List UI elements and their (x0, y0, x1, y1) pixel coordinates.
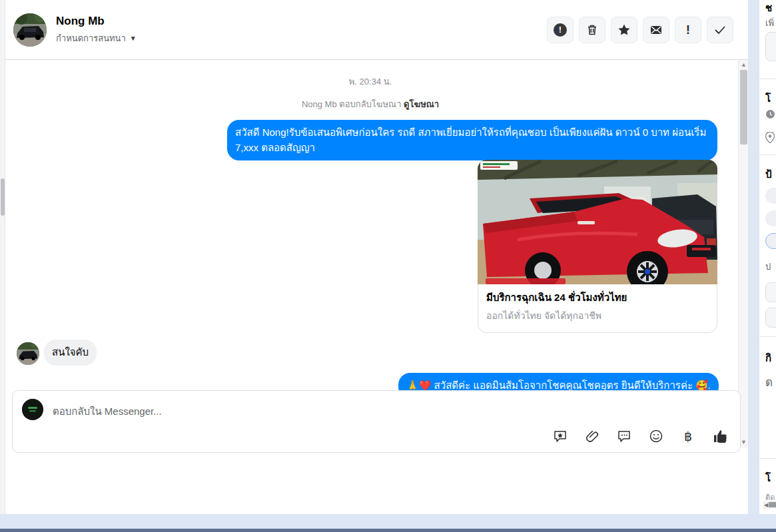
day-timestamp: พ. 20:34 น. (5, 75, 735, 89)
comment-icon (617, 429, 631, 443)
contact-info: Nong Mb กำหนดการสนทนา ▼ (56, 15, 137, 45)
sidebar-hscrollbar-thumb[interactable] (769, 502, 776, 507)
incoming-message-bubble[interactable]: สนใจคับ (44, 340, 97, 366)
divider (759, 154, 776, 155)
contact-name[interactable]: Nong Mb (56, 15, 137, 28)
chat-scrollbar[interactable]: ▲ ▼ (738, 60, 748, 447)
mark-unread-button[interactable] (643, 17, 669, 43)
sidebar-heading-fragment: ช (765, 0, 772, 16)
composer-tools: ฿ (552, 428, 728, 444)
sidebar-notes-heading: โ (765, 470, 771, 486)
ad-card-subtitle: ออกได้ทั่วไทย จัดได้ทุกอาชีพ (486, 308, 709, 323)
view-ad-link[interactable]: ดูโฆษณา (404, 99, 439, 109)
comment-button[interactable] (616, 428, 632, 444)
attachment-button[interactable] (584, 428, 600, 444)
sidebar-profile-heading: โ (765, 91, 771, 107)
panel-gap (748, 0, 759, 532)
ad-card-title: มีบริการฉุกเฉิน 24 ชั่วโมงทั่วไทย (486, 290, 709, 306)
mark-done-button[interactable] (707, 17, 733, 43)
delete-button[interactable] (579, 17, 605, 43)
envelope-x-icon (649, 23, 663, 37)
scroll-up-arrow[interactable]: ▲ (739, 60, 748, 70)
clock-icon (765, 109, 775, 122)
report-button[interactable]: ! (547, 17, 574, 43)
outgoing-message-bubble[interactable]: สวัสดี Nong!รับข้อเสนอพิเศษก่อนใคร รถดี … (227, 120, 717, 160)
exclamation-icon: ! (686, 23, 690, 36)
sidebar-add-label[interactable]: เพิ่ (765, 16, 774, 30)
label-pill[interactable] (765, 233, 776, 249)
sidebar-activity-item[interactable]: ด (765, 373, 773, 391)
schedule-label: กำหนดการสนทนา (56, 31, 126, 45)
sidebar-labels-heading: ป้ (765, 166, 772, 182)
saved-reply-icon (553, 429, 568, 443)
divider (759, 336, 776, 337)
star-icon (617, 23, 631, 37)
conversation-schedule-dropdown[interactable]: กำหนดการสนทนา ▼ (56, 31, 137, 45)
divider (759, 79, 776, 79)
payment-button[interactable]: ฿ (680, 428, 696, 444)
left-scrollbar-thumb[interactable] (1, 178, 5, 216)
star-button[interactable] (611, 17, 637, 43)
label-pill[interactable] (765, 188, 776, 204)
sidebar-fragment: ป (765, 260, 771, 274)
contact-avatar[interactable] (13, 13, 47, 47)
header-actions: ! ! (547, 17, 733, 43)
ad-card[interactable]: มีบริการฉุกเฉิน 24 ชั่วโมงทั่วไทย ออกได้… (478, 284, 717, 333)
report-icon: ! (554, 23, 567, 37)
sidebar-hscrollbar[interactable]: ◀ (763, 501, 776, 509)
saved-replies-button[interactable] (552, 428, 568, 444)
emoji-button[interactable] (648, 428, 664, 444)
sidebar-field[interactable] (765, 282, 776, 302)
sidebar-field[interactable] (765, 308, 776, 328)
conversation-list-edge (0, 0, 5, 514)
mark-important-button[interactable]: ! (675, 17, 701, 43)
divider (759, 458, 776, 459)
chat-panel: Nong Mb กำหนดการสนทนา ▼ ! (5, 0, 748, 514)
baht-icon: ฿ (684, 429, 692, 444)
paperclip-icon (585, 429, 599, 443)
chevron-down-icon: ▼ (130, 35, 137, 42)
trash-icon (585, 23, 599, 37)
like-button[interactable] (712, 428, 728, 444)
page-avatar (22, 399, 43, 420)
thumbs-up-icon (712, 427, 728, 445)
location-pin-icon (765, 132, 775, 146)
vehicle-photo[interactable] (478, 160, 717, 284)
reply-composer[interactable]: ตอบกลับใน Messenger... ฿ (12, 390, 741, 453)
chat-scrollbar-thumb[interactable] (740, 70, 747, 144)
scroll-left-arrow[interactable]: ◀ (763, 502, 769, 508)
sender-avatar[interactable] (17, 342, 39, 365)
sidebar-activity-heading: กิ (765, 350, 771, 366)
check-icon (713, 23, 727, 37)
sidebar-button[interactable] (765, 32, 776, 61)
page-background-strip (0, 514, 776, 529)
ad-attachment[interactable]: มีบริการฉุกเฉิน 24 ชั่วโมงทั่วไทย ออกได้… (478, 160, 717, 333)
conversation-header: Nong Mb กำหนดการสนทนา ▼ ! (5, 0, 748, 60)
label-pill[interactable] (765, 210, 776, 226)
ad-context-line: Nong Mb ตอบกลับโฆษณา ดูโฆษณา (5, 97, 735, 111)
details-sidebar: ช เพิ่ โ ป้ ป กิ ด โ ติด ◀ (759, 0, 776, 514)
reply-input[interactable]: ตอบกลับใน Messenger... (53, 403, 162, 419)
messenger-inbox-screen: Nong Mb กำหนดการสนทนา ▼ ! (0, 0, 776, 532)
message-list[interactable]: พ. 20:34 น. Nong Mb ตอบกลับโฆษณา ดูโฆษณา… (5, 60, 748, 447)
window-bottom-edge (0, 529, 776, 532)
smiley-icon (649, 429, 663, 443)
ad-context-text: Nong Mb ตอบกลับโฆษณา (302, 99, 402, 109)
